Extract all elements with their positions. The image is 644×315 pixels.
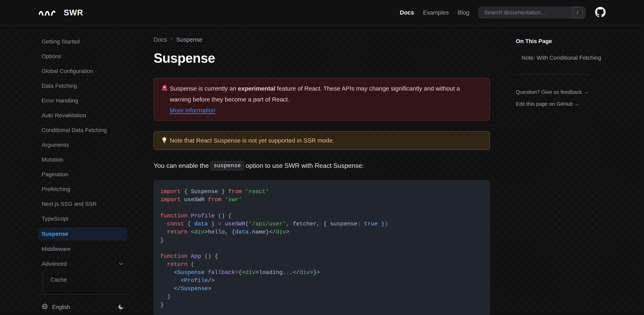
chevron-right-icon bbox=[169, 36, 174, 43]
toc-links: Question? Give us feedback → Edit this p… bbox=[516, 89, 606, 107]
bulb-emoji-icon bbox=[161, 137, 170, 144]
code-line: } bbox=[160, 237, 482, 245]
ssr-note-callout: Note that React Suspense is not yet supp… bbox=[154, 131, 490, 150]
sidebar-item-arguments[interactable]: Arguments bbox=[38, 139, 127, 151]
note-text: Note that React Suspense is not yet supp… bbox=[170, 136, 334, 145]
nav-link-examples[interactable]: Examples bbox=[423, 9, 449, 16]
main-content: Docs Suspense Suspense bbox=[154, 26, 490, 315]
code-line: ) bbox=[160, 294, 482, 302]
sidebar-item-typescript[interactable]: TypeScript bbox=[38, 213, 127, 225]
sidebar-divider bbox=[38, 294, 127, 295]
toc-sidebar: On This Page Note: With Conditional Fetc… bbox=[516, 26, 606, 107]
more-information-link[interactable]: More information bbox=[170, 107, 215, 114]
intro-paragraph: You can enable the suspense option to us… bbox=[154, 161, 490, 170]
sidebar-item-getting-started[interactable]: Getting Started bbox=[38, 36, 127, 48]
language-switcher[interactable]: English bbox=[42, 303, 70, 311]
sidebar-list: Getting StartedOptionsGlobal Configurati… bbox=[38, 36, 127, 293]
page-title: Suspense bbox=[154, 50, 490, 66]
breadcrumb-current: Suspense bbox=[176, 36, 202, 43]
sidebar-item-global-configuration[interactable]: Global Configuration bbox=[38, 65, 127, 77]
sidebar: Getting StartedOptionsGlobal Configurati… bbox=[38, 26, 127, 314]
toc-divider bbox=[516, 74, 588, 74]
code-line: return <div>hello, {data.name}</div> bbox=[160, 229, 482, 237]
experimental-warning-callout: Suspense is currently an experimental fe… bbox=[154, 78, 490, 121]
sidebar-item-prefetching[interactable]: Prefetching bbox=[38, 183, 127, 195]
moon-icon bbox=[118, 304, 124, 311]
code-line: import { Suspense } from 'react' bbox=[160, 188, 482, 196]
site-header: SWR DocsExamplesBlog / bbox=[0, 0, 644, 26]
search-input[interactable] bbox=[484, 9, 572, 16]
search-box[interactable]: / bbox=[478, 6, 586, 19]
siren-emoji-icon bbox=[161, 83, 170, 116]
page-content-area: Getting StartedOptionsGlobal Configurati… bbox=[0, 26, 644, 315]
header-nav: DocsExamplesBlog bbox=[400, 9, 469, 16]
sidebar-item-error-handling[interactable]: Error Handling bbox=[38, 94, 127, 107]
code-block: import { Suspense } from 'react'import u… bbox=[154, 180, 490, 315]
sidebar-item-cache[interactable]: Cache bbox=[50, 274, 127, 286]
sidebar-footer: English bbox=[38, 301, 127, 314]
code-line: <Suspense fallback={<div>loading...</div… bbox=[160, 269, 482, 278]
sidebar-item-mutation[interactable]: Mutation bbox=[38, 154, 127, 166]
code-line: function Profile () { bbox=[160, 213, 482, 221]
code-line: </Suspense> bbox=[160, 286, 482, 294]
github-link[interactable] bbox=[595, 7, 606, 18]
swr-wave-icon bbox=[38, 10, 60, 16]
code-line: return ( bbox=[160, 261, 482, 269]
sidebar-item-pagination[interactable]: Pagination bbox=[38, 168, 127, 180]
code-line bbox=[160, 204, 482, 213]
feedback-link[interactable]: Question? Give us feedback → bbox=[516, 89, 606, 95]
sidebar-submenu: Cache bbox=[43, 272, 127, 293]
search-shortcut-kbd: / bbox=[572, 7, 582, 18]
edit-on-github-link[interactable]: Edit this page on GitHub → bbox=[516, 101, 606, 107]
language-label: English bbox=[52, 304, 70, 310]
sidebar-item-advanced[interactable]: Advanced bbox=[38, 258, 127, 270]
logo-text: SWR bbox=[64, 8, 83, 17]
code-line: } bbox=[160, 302, 482, 310]
sidebar-item-conditional-data-fetching[interactable]: Conditional Data Fetching bbox=[38, 124, 127, 136]
sidebar-item-next-js-ssg-and-ssr[interactable]: Next.js SSG and SSR bbox=[38, 198, 127, 210]
nav-link-blog[interactable]: Blog bbox=[458, 9, 469, 16]
globe-icon bbox=[42, 303, 48, 311]
code-line: import useSWR from 'swr' bbox=[160, 196, 482, 204]
sidebar-item-suspense[interactable]: Suspense bbox=[38, 228, 127, 240]
code-line: const { data } = useSWR('/api/user', fet… bbox=[160, 221, 482, 229]
nav-link-docs[interactable]: Docs bbox=[400, 9, 414, 16]
sidebar-item-auto-revalidation[interactable]: Auto Revalidation bbox=[38, 110, 127, 122]
theme-toggle[interactable] bbox=[118, 304, 124, 311]
code-line: <Profile/> bbox=[160, 278, 482, 286]
sidebar-item-options[interactable]: Options bbox=[38, 50, 127, 62]
sidebar-item-data-fetching[interactable]: Data Fetching bbox=[38, 80, 127, 92]
breadcrumb: Docs Suspense bbox=[154, 36, 490, 43]
swr-logo[interactable]: SWR bbox=[38, 8, 83, 17]
code-line bbox=[160, 245, 482, 253]
suspense-inline-code: suspense bbox=[210, 161, 244, 170]
code-line: function App () { bbox=[160, 253, 482, 261]
warning-text: Suspense is currently an experimental fe… bbox=[170, 83, 482, 116]
breadcrumb-docs[interactable]: Docs bbox=[154, 36, 167, 43]
toc-heading: On This Page bbox=[516, 38, 606, 44]
github-icon bbox=[595, 7, 606, 18]
chevron-down-icon bbox=[118, 261, 124, 267]
sidebar-item-middleware[interactable]: Middleware bbox=[38, 243, 127, 255]
toc-item-conditional-fetching[interactable]: Note: With Conditional Fetching bbox=[516, 54, 606, 61]
